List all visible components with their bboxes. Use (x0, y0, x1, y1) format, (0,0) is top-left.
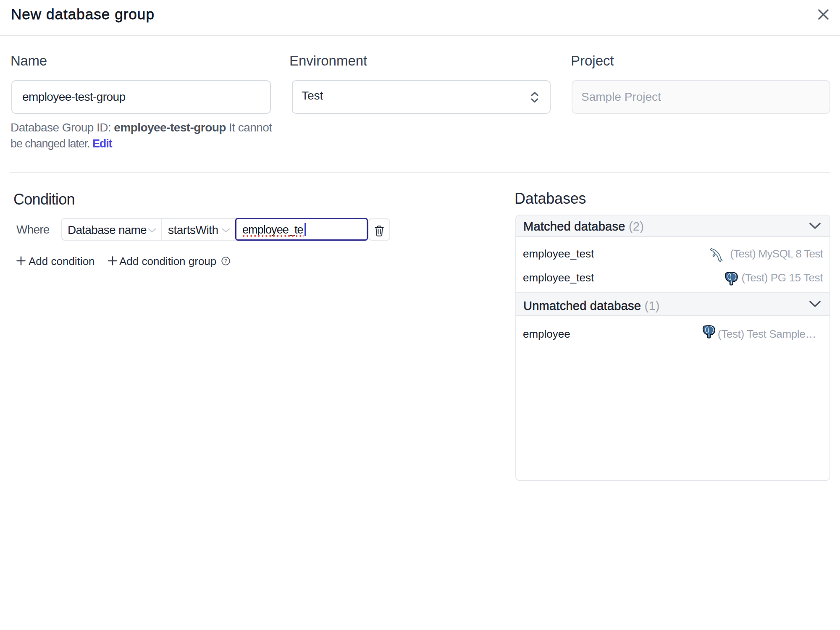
svg-text:?: ? (224, 258, 228, 264)
